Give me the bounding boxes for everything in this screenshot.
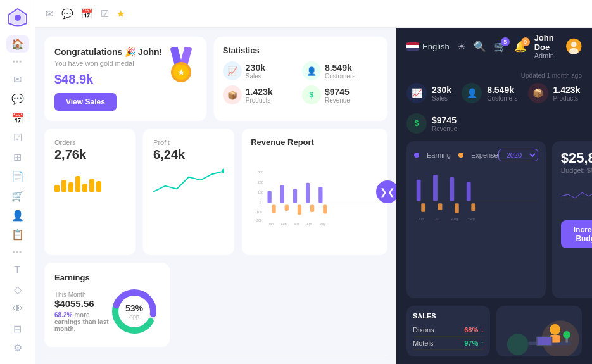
budget-amount: $25,852 [561,150,592,166]
expense-dot [458,153,463,158]
sales-trend-1: 68% ↓ [464,326,484,334]
right-stat-products-info: 1.423k Products [553,85,581,102]
medal-icon: ★ [166,47,196,85]
right-stat-products-label: Products [553,95,581,102]
sidebar-item-clipboard[interactable]: 📋 [6,226,29,243]
donut-pct: 53% [125,303,143,313]
notif-btn[interactable]: 🔔 9 [514,41,527,53]
sales-table-header: SALES [413,312,484,320]
earnings-row: Earnings This Month $4055.56 68.2% more … [44,263,387,347]
sales-company-1: Dixons [413,326,434,334]
user-info[interactable]: John Doe Admin [534,33,582,60]
right-stat-products: 📦 1.423k Products [528,83,581,103]
right-stat-revenue: $ $9745 Revenue [406,113,457,134]
right-stat-sales-icon: 📈 [406,83,427,103]
sales-row-2: Motels 97% ↑ [413,337,484,350]
sidebar-item-check[interactable]: ☑ [6,129,29,146]
language-selector[interactable]: English [406,42,450,51]
cart-btn[interactable]: 🛒 5 [494,41,507,53]
search-icon[interactable]: 🔍 [474,41,486,53]
earnings-donut: 53% App [109,286,160,337]
toolbar-star-icon[interactable]: ★ [117,8,125,20]
sidebar-item-shape[interactable]: ◇ [6,282,29,299]
chart-nav-arrow[interactable]: ❯❮ [376,180,396,203]
earnings-title: Earnings [54,273,160,282]
revenue-report-title: Revenue Report [251,137,379,147]
sidebar-item-mail[interactable]: ✉ [6,72,29,89]
stat-sales-label: Sales [246,73,265,80]
orders-value: 2,76k [54,147,125,162]
toolbar-mail-icon[interactable]: ✉ [46,8,54,20]
stat-revenue-label: Revenue [325,97,350,104]
middle-cards-row: Orders 2,76k Profit 6,24k [44,129,387,255]
brightness-icon[interactable]: ☀ [457,41,466,53]
sidebar-item-cart[interactable]: 🛒 [6,187,29,204]
user-text: John Doe Admin [534,33,562,60]
svg-rect-23 [323,205,327,214]
sidebar: 🏠 ••• ✉ 💬 📅 ☑ ⊞ 📄 🛒 👤 📋 ••• T ◇ 👁 ⊟ ⚙ [0,0,35,364]
svg-rect-54 [538,337,551,345]
sidebar-item-gear[interactable]: ⚙ [6,339,29,356]
sidebar-logo[interactable] [8,8,28,28]
orders-card: Orders 2,76k [44,129,135,255]
stat-sales-info: 230k Sales [246,63,265,80]
congrats-card: Congratulations 🎉 John! You have won gol… [44,37,206,121]
orders-label: Orders [54,139,125,146]
svg-text:Mar: Mar [294,222,299,226]
svg-rect-14 [268,191,272,203]
svg-text:100: 100 [258,191,264,194]
profit-label: Profit [153,139,224,146]
toolbar-chat-icon[interactable]: 💬 [61,8,73,20]
svg-text:200: 200 [258,180,264,184]
svg-rect-39 [438,203,443,210]
budget-label: Budget: $6,800 [561,166,592,174]
orders-bar-5 [82,184,87,192]
right-stat-sales-label: Sales [432,95,451,102]
svg-rect-17 [285,205,289,211]
year-select[interactable]: 2020 2019 2021 [498,149,538,161]
notif-badge: 9 [521,37,530,46]
stat-item-products: 📦 1.423k Products [223,85,299,104]
right-stat-sales-value: 230k [432,85,451,95]
stats-title: Statistics [223,46,379,55]
svg-text:-200: -200 [256,218,262,222]
expense-label: Expense [471,151,498,159]
stat-products-label: Products [246,97,273,104]
sidebar-item-chat[interactable]: 💬 [6,91,29,108]
increase-budget-button[interactable]: Increase Budget [561,220,592,248]
right-stat-revenue-value: $9745 [432,115,457,125]
toolbar-check-icon[interactable]: ☑ [101,8,109,20]
sidebar-item-grid[interactable]: ⊞ [6,149,29,166]
sidebar-item-layers[interactable]: ⊟ [6,320,29,337]
right-stats-row: 📈 230k Sales 👤 8.549k Customers [406,83,582,134]
illustration-card [496,306,582,356]
sidebar-item-doc[interactable]: 📄 [6,168,29,185]
orders-bar-6 [89,179,94,192]
right-stat-customers: 👤 8.549k Customers [462,83,517,103]
stat-sales-value: 230k [246,63,265,73]
svg-rect-20 [306,183,310,203]
orders-mini-bars [54,167,125,192]
orders-bar-2 [61,180,66,192]
sidebar-item-calendar[interactable]: 📅 [6,110,29,127]
orders-bar-3 [68,182,73,192]
earnings-amount: $4055.56 [54,298,109,309]
sidebar-item-eye[interactable]: 👁 [6,301,29,318]
sidebar-item-home[interactable]: 🏠 [6,35,29,53]
companies-table: COMPANY CATEGORY VIEWS REVENUE 🧰 Dixons … [44,355,387,355]
sidebar-item-user[interactable]: 👤 [6,207,29,224]
right-topnav: English ☀ 🔍 🛒 5 🔔 9 John Doe Admin [396,28,592,65]
sidebar-item-type[interactable]: T [6,262,29,279]
svg-rect-37 [421,203,425,212]
svg-point-51 [550,324,560,335]
svg-rect-42 [467,182,471,201]
wave-chart [561,178,592,213]
right-stat-customers-icon: 👤 [462,83,482,103]
view-sales-button[interactable]: View Sales [54,93,117,111]
toolbar-calendar-icon[interactable]: 📅 [81,8,93,20]
right-main-content: Updated 1 month ago 📈 230k Sales 👤 [396,65,592,364]
profit-value: 6,24k [153,147,224,162]
profit-sparkline [153,167,224,199]
earnings-month: This Month [54,291,109,298]
top-cards-row: Congratulations 🎉 John! You have won gol… [44,37,387,121]
